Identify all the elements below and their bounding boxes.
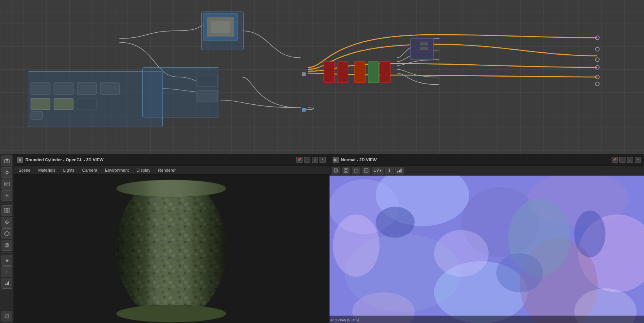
cube-tool-btn[interactable] (2, 228, 12, 239)
light-tool-btn[interactable] (2, 167, 12, 178)
uv-chevron: ▾ (380, 168, 382, 172)
view2d-save-btn[interactable] (342, 167, 350, 174)
svg-rect-72 (116, 186, 226, 315)
view2d-view-btn[interactable] (362, 167, 370, 174)
svg-rect-44 (5, 211, 7, 213)
panel-2d-title: Normal - 2D VIEW (341, 157, 377, 162)
svg-rect-17 (368, 62, 379, 83)
view-3d-panel: ▶ Rounded Cylinder - OpenGL - 3D VIEW 📌 … (14, 154, 330, 323)
svg-marker-48 (6, 220, 8, 221)
panel-3d-controls: 📌 _ □ ✕ (296, 157, 326, 163)
panel-3d-header: ▶ Rounded Cylinder - OpenGL - 3D VIEW 📌 … (14, 154, 329, 166)
svg-marker-49 (6, 223, 8, 224)
menu-bar-3d: Scene Materials Lights Camera Environmen… (14, 166, 329, 175)
svg-rect-55 (5, 284, 6, 285)
view2d-chart-btn[interactable] (395, 167, 404, 174)
up-tool-btn[interactable]: ↑ (2, 266, 12, 277)
view2d-toolbar: UV ▾ ℹ (330, 166, 644, 176)
pin-btn-2d[interactable]: 📌 (612, 157, 618, 163)
svg-rect-42 (5, 208, 7, 210)
menu-lights[interactable]: Lights (62, 167, 76, 173)
svg-rect-14 (324, 62, 335, 83)
svg-point-75 (116, 305, 226, 322)
svg-marker-51 (8, 221, 9, 223)
stats-tool-btn[interactable] (2, 278, 12, 289)
max-btn-3d[interactable]: □ (312, 157, 318, 163)
panel-2d-icon: ▶ (333, 157, 339, 163)
svg-rect-18 (380, 62, 390, 83)
node-editor[interactable] (0, 0, 644, 154)
svg-rect-43 (7, 208, 9, 210)
svg-rect-85 (400, 169, 402, 172)
panel-2d-controls: 📌 _ □ ✕ (612, 157, 641, 163)
svg-rect-56 (7, 283, 8, 285)
bottom-panels: ◈ ↑ + ▶ Rounded Cylinder - OpenGL - 3D V… (0, 154, 644, 323)
svg-rect-15 (337, 62, 348, 83)
max-btn-2d[interactable]: □ (627, 157, 633, 163)
svg-point-100 (375, 207, 414, 238)
svg-rect-21 (420, 47, 428, 50)
svg-point-1 (595, 47, 599, 51)
settings-tool-btn[interactable] (2, 190, 12, 201)
close-btn-2d[interactable]: ✕ (635, 157, 641, 163)
toolbar-sep-2 (2, 253, 12, 253)
svg-marker-52 (5, 231, 9, 236)
min-btn-2d[interactable]: _ (619, 157, 626, 163)
view2d-info-btn[interactable]: ℹ (385, 167, 393, 174)
extra-tool-btn[interactable]: + (2, 311, 12, 321)
viewport-3d[interactable] (14, 175, 329, 323)
panel-2d-header: ▶ Normal - 2D VIEW 📌 _ □ ✕ (330, 154, 644, 166)
menu-environment[interactable]: Environment (103, 167, 130, 173)
svg-point-41 (6, 195, 8, 196)
min-btn-3d[interactable]: _ (304, 157, 310, 163)
render-tool-btn[interactable] (2, 179, 12, 189)
svg-rect-31 (6, 159, 8, 160)
uv-dropdown[interactable]: UV ▾ (372, 167, 384, 174)
svg-point-32 (6, 171, 8, 174)
uv-label: UV (374, 168, 379, 172)
panel-3d-icon: ▶ (17, 157, 23, 163)
menu-materials[interactable]: Materials (37, 167, 57, 173)
toolbar-sep-1 (2, 203, 12, 203)
node-group-2 (142, 67, 219, 117)
camera-tool-btn[interactable] (2, 156, 12, 166)
svg-point-5 (595, 82, 599, 86)
view2d-open-btn[interactable] (352, 167, 360, 174)
menu-scene[interactable]: Scene (17, 167, 32, 173)
view-2d-panel: ▶ Normal - 2D VIEW 📌 _ □ ✕ UV (330, 154, 644, 323)
svg-point-53 (5, 243, 9, 247)
svg-point-102 (574, 211, 605, 257)
svg-rect-80 (345, 171, 347, 172)
close-btn-3d[interactable]: ✕ (319, 157, 326, 163)
node-group-3 (201, 12, 244, 50)
sphere-tool-btn[interactable] (2, 240, 12, 251)
grid-tool-btn[interactable] (2, 205, 12, 216)
svg-point-74 (116, 180, 226, 197)
view2d-copy-btn[interactable] (332, 167, 340, 174)
svg-rect-16 (355, 62, 365, 83)
svg-point-97 (333, 214, 379, 277)
menu-renderer[interactable]: Renderer (156, 167, 177, 173)
svg-rect-76 (335, 169, 338, 172)
svg-rect-19 (410, 38, 434, 60)
svg-text:+: + (6, 315, 8, 318)
svg-point-0 (595, 36, 599, 40)
viewport-2d[interactable]: 2048 x 2048 (RGBA) (330, 176, 644, 323)
svg-rect-81 (364, 169, 368, 172)
pin-btn-3d[interactable]: 📌 (296, 157, 303, 163)
svg-point-99 (434, 230, 488, 276)
move-tool-btn[interactable] (2, 217, 12, 228)
panel-3d-title: Rounded Cylinder - OpenGL - 3D VIEW (25, 157, 104, 162)
svg-rect-84 (399, 170, 400, 172)
left-toolbar: ◈ ↑ + (0, 154, 14, 323)
menu-display[interactable]: Display (135, 167, 152, 173)
svg-text:2048 x 2048 (RGBA): 2048 x 2048 (RGBA) (330, 318, 359, 322)
diamond-tool-btn[interactable]: ◈ (2, 255, 12, 266)
svg-point-30 (6, 160, 8, 162)
svg-rect-57 (8, 281, 9, 285)
svg-point-4 (595, 75, 599, 79)
menu-camera[interactable]: Camera (81, 167, 99, 173)
svg-point-2 (595, 58, 599, 62)
svg-point-101 (496, 253, 543, 292)
svg-point-3 (595, 65, 599, 69)
